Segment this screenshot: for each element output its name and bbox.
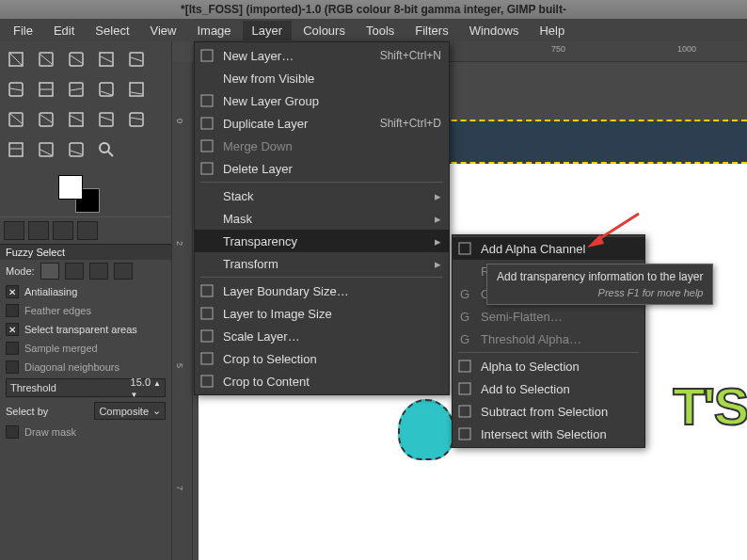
blank-icon: [199, 211, 215, 226]
select-by-dropdown[interactable]: Composite ⌄: [94, 402, 166, 420]
svg-rect-26: [100, 113, 113, 126]
rect-select-tool[interactable]: [32, 45, 60, 73]
menu-colours[interactable]: Colours: [294, 21, 355, 40]
menu-select[interactable]: Select: [86, 21, 138, 40]
del-icon: [199, 161, 215, 176]
separator: [200, 277, 443, 278]
svg-line-37: [108, 152, 113, 156]
gegl-icon: G: [456, 286, 473, 301]
menu-tools[interactable]: Tools: [357, 21, 404, 40]
menu-item-crop-to-selection[interactable]: Crop to Selection: [195, 347, 449, 370]
tab-device-status[interactable]: [28, 221, 49, 240]
zoom-tool[interactable]: [92, 136, 120, 164]
align-tool[interactable]: [2, 105, 30, 134]
checkbox-draw-mask[interactable]: [6, 425, 19, 439]
checkbox[interactable]: ✕: [6, 285, 19, 298]
tab-images[interactable]: [77, 221, 98, 240]
checkbox[interactable]: [6, 360, 19, 374]
menu-edit[interactable]: Edit: [44, 21, 84, 40]
menu-item-stack[interactable]: Stack▸: [195, 184, 449, 207]
svg-rect-30: [9, 143, 23, 156]
option-diagonal-neighbours[interactable]: Diagonal neighbours: [0, 358, 171, 376]
svg-rect-48: [459, 243, 470, 254]
svg-rect-42: [201, 163, 213, 174]
mode-replace[interactable]: [40, 263, 59, 280]
zoom-tool[interactable]: [62, 136, 90, 164]
perspective-tool[interactable]: [122, 75, 151, 104]
text-tool[interactable]: [32, 105, 60, 134]
alpha-icon: [456, 241, 473, 256]
rotate-tool[interactable]: [32, 75, 60, 104]
blank-icon: [456, 264, 473, 279]
fuzzy-tool[interactable]: [92, 45, 120, 73]
menu-item-duplicate-layer[interactable]: Duplicate LayerShift+Ctrl+D: [195, 112, 449, 135]
tab-tool-options[interactable]: [4, 221, 24, 240]
svg-line-7: [101, 56, 112, 62]
separator: [458, 352, 639, 353]
menu-file[interactable]: File: [4, 21, 42, 40]
dock-tabs: [0, 216, 171, 245]
paint-tool[interactable]: [62, 105, 90, 134]
svg-line-11: [10, 88, 22, 90]
tab-history[interactable]: [53, 221, 73, 240]
draw-mask-row[interactable]: Draw mask: [0, 423, 171, 441]
menu-item-new-from-visible[interactable]: New from Visible: [195, 67, 449, 89]
mode-subtract[interactable]: [89, 263, 108, 280]
option-sample-merged[interactable]: Sample merged: [0, 339, 171, 358]
svg-rect-24: [70, 113, 83, 126]
shear-tool[interactable]: [92, 75, 120, 104]
menu-item-add-to-selection[interactable]: Add to Selection: [453, 377, 644, 400]
menu-filters[interactable]: Filters: [405, 21, 457, 40]
menu-item-delete-layer[interactable]: Delete Layer: [195, 157, 449, 180]
move-tool[interactable]: [2, 45, 30, 73]
menubar: FileEditSelectViewImageLayerColoursTools…: [0, 19, 747, 41]
flip-tool[interactable]: [62, 75, 90, 104]
layer-menu: New Layer…Shift+Ctrl+NNew from VisibleNe…: [194, 41, 450, 395]
menu-item-layer-boundary-size-[interactable]: Layer Boundary Size…: [195, 280, 449, 302]
crop-icon: [199, 374, 215, 389]
blank-icon: [199, 188, 215, 203]
menu-item-transform[interactable]: Transform▸: [195, 252, 449, 275]
menu-image[interactable]: Image: [187, 21, 240, 40]
menu-item-intersect-with-selection[interactable]: Intersect with Selection: [453, 423, 644, 445]
menu-view[interactable]: View: [141, 21, 186, 40]
menu-item-crop-to-content[interactable]: Crop to Content: [195, 370, 449, 392]
checkbox[interactable]: [6, 304, 19, 317]
checkbox[interactable]: ✕: [6, 323, 19, 336]
menu-item-new-layer-[interactable]: New Layer…Shift+Ctrl+N: [195, 44, 449, 67]
menu-layer[interactable]: Layer: [243, 21, 293, 40]
svg-line-17: [101, 91, 112, 95]
crop-tool[interactable]: [2, 75, 30, 104]
erase-tool[interactable]: [2, 136, 30, 164]
foreground-color[interactable]: [58, 175, 83, 200]
svg-rect-45: [201, 330, 213, 342]
mode-intersect[interactable]: [114, 263, 133, 280]
threshold-field[interactable]: Threshold 15.0 ▲▼: [6, 378, 166, 397]
color-swatches[interactable]: [0, 168, 171, 216]
menu-help[interactable]: Help: [530, 21, 574, 40]
menu-item-new-layer-group[interactable]: New Layer Group: [195, 89, 449, 112]
blank-icon: [199, 71, 215, 86]
menu-item-mask[interactable]: Mask▸: [195, 207, 449, 230]
smudge-tool[interactable]: [122, 105, 151, 134]
new-icon: [199, 48, 215, 63]
menu-item-scale-layer-[interactable]: Scale Layer…: [195, 325, 449, 347]
mode-add[interactable]: [65, 263, 84, 280]
option-antialiasing[interactable]: ✕Antialiasing: [0, 282, 171, 301]
menu-item-transparency[interactable]: Transparency▸: [195, 230, 449, 252]
ruler-vertical[interactable]: 0257: [172, 62, 193, 560]
checkbox[interactable]: [6, 342, 19, 355]
option-select-transparent-areas[interactable]: ✕Select transparent areas: [0, 320, 171, 339]
svg-rect-39: [201, 95, 213, 106]
lasso-tool[interactable]: [62, 45, 90, 73]
option-feather-edges[interactable]: Feather edges: [0, 301, 171, 320]
menu-item-alpha-to-selection[interactable]: Alpha to Selection: [453, 355, 644, 377]
menu-item-semi-flatten-: GSemi-Flatten…: [453, 305, 644, 328]
measure-tool[interactable]: [32, 136, 60, 164]
color-select-tool[interactable]: [122, 45, 151, 73]
menu-item-subtract-from-selection[interactable]: Subtract from Selection: [453, 400, 644, 423]
mode-row: Mode:: [0, 260, 171, 282]
clone-tool[interactable]: [92, 105, 120, 134]
menu-windows[interactable]: Windows: [460, 21, 529, 40]
menu-item-layer-to-image-size[interactable]: Layer to Image Size: [195, 302, 449, 325]
